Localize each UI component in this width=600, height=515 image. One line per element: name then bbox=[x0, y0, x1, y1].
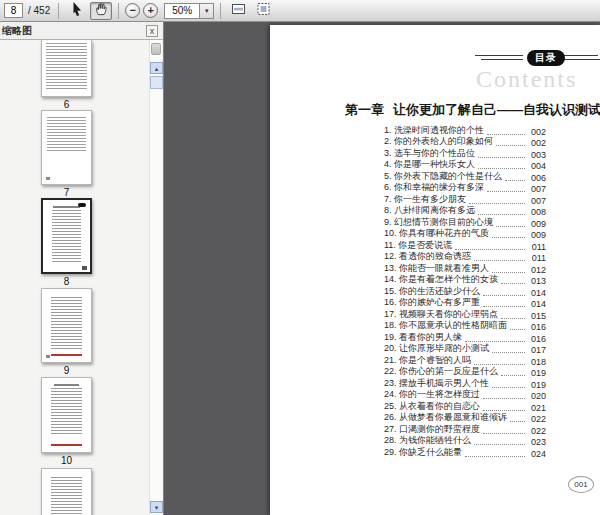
document-page: 目录 Contents 第一章 让你更加了解自己——自我认识测试 1. 洗澡时间… bbox=[270, 25, 600, 515]
toc-item-page: 019 bbox=[528, 380, 546, 390]
mini-toc-badge bbox=[78, 203, 86, 207]
zoom-in-button[interactable]: + bbox=[143, 3, 158, 18]
main-content: 缩略图 x 6 7 bbox=[0, 22, 600, 515]
scroll-up-button[interactable]: ▴ bbox=[150, 62, 163, 74]
thumbnail-label: 10 bbox=[31, 455, 102, 466]
chapter-heading: 第一章 让你更加了解自己——自我认识测试 bbox=[345, 101, 600, 119]
hand-tool-button[interactable] bbox=[90, 2, 112, 20]
thumbnail-label: 7 bbox=[31, 187, 102, 198]
thumbnails-panel-header: 缩略图 x bbox=[0, 22, 163, 40]
toc-list: 1. 洗澡时间透视你的个性 002 2. 你的外表给人的印象如何 002 3. bbox=[384, 125, 546, 459]
fit-page-button[interactable] bbox=[252, 2, 274, 20]
page-total-label: / 452 bbox=[28, 5, 50, 16]
toc-item-page: 016 bbox=[528, 322, 546, 332]
toc-dot-leader bbox=[510, 421, 525, 422]
chapter-number: 第一章 bbox=[345, 101, 384, 119]
thumbnail-page-6[interactable] bbox=[41, 40, 92, 97]
toc-item-page: 014 bbox=[528, 288, 546, 298]
toc-item-page: 021 bbox=[528, 403, 546, 413]
thumbnail-mark bbox=[46, 355, 50, 358]
contents-watermark: Contents bbox=[476, 66, 577, 93]
scrollbar-thumb[interactable] bbox=[150, 76, 163, 89]
pdf-reader-window: / 452 − + 50% ▾ bbox=[0, 0, 600, 515]
toc-badge: 目录 bbox=[527, 50, 565, 66]
toc-item-page: 017 bbox=[528, 345, 546, 355]
thumbnail-page-9[interactable] bbox=[41, 288, 92, 363]
toc-item-page: 016 bbox=[528, 334, 546, 344]
decorative-line bbox=[475, 55, 523, 56]
panel-title: 缩略图 bbox=[2, 24, 32, 38]
toc-item-page: 009 bbox=[528, 219, 546, 229]
thumbnail-mark bbox=[46, 177, 50, 180]
toc-item-page: 022 bbox=[528, 414, 546, 424]
thumbnail-red-footer bbox=[51, 354, 82, 356]
toolbar-divider bbox=[220, 3, 221, 19]
panel-menu-icon[interactable] bbox=[151, 43, 161, 55]
toc-dot-leader bbox=[483, 295, 525, 296]
toc-dot-leader bbox=[496, 226, 525, 227]
toc-item-page: 004 bbox=[528, 161, 546, 171]
thumbnail-page-11[interactable] bbox=[41, 468, 92, 515]
toc-item-page: 012 bbox=[528, 265, 546, 275]
thumbnail-page-8-selected[interactable] bbox=[41, 198, 92, 274]
toc-item-page: 023 bbox=[528, 437, 546, 447]
scroll-down-button[interactable]: ▾ bbox=[150, 501, 163, 513]
toc-dot-leader bbox=[492, 352, 525, 353]
toc-item-page: 002 bbox=[528, 138, 546, 148]
toc-item-title: 29. 你缺乏什么能量 bbox=[384, 446, 462, 459]
toc-dot-leader bbox=[510, 329, 525, 330]
select-tool-button[interactable] bbox=[65, 2, 87, 20]
zoom-level-value[interactable]: 50% bbox=[164, 3, 200, 19]
toc-item-page: 020 bbox=[528, 391, 546, 401]
chevron-up-icon: ▴ bbox=[155, 65, 159, 72]
minus-icon: − bbox=[130, 5, 136, 16]
zoom-out-button[interactable]: − bbox=[125, 3, 140, 18]
toc-item-page: 009 bbox=[528, 230, 546, 240]
thumbnail-text-preview bbox=[47, 117, 86, 151]
toc-dot-leader bbox=[501, 283, 525, 284]
thumbnail-list: 6 7 8 9 bbox=[0, 40, 163, 515]
toc-dot-leader bbox=[496, 145, 525, 146]
toc-item-page: 013 bbox=[528, 276, 546, 286]
fit-page-icon bbox=[256, 2, 271, 20]
thumbnail-red-footer bbox=[51, 444, 82, 446]
thumbnail-page-7[interactable] bbox=[41, 110, 92, 185]
thumbnail-page-10[interactable] bbox=[41, 377, 92, 453]
page-number-input[interactable] bbox=[4, 3, 23, 18]
hand-icon bbox=[94, 1, 109, 20]
toc-item-page: 002 bbox=[528, 127, 546, 137]
toc-item-page: 014 bbox=[528, 299, 546, 309]
thumbnail-text-preview bbox=[51, 477, 81, 515]
toc-dot-leader bbox=[465, 456, 525, 457]
toc-item: 29. 你缺乏什么能量 024 bbox=[384, 447, 546, 459]
toc-item-page: 024 bbox=[528, 449, 546, 459]
toc-dot-leader bbox=[478, 157, 525, 158]
fit-width-button[interactable] bbox=[227, 2, 249, 20]
toc-item-page: 003 bbox=[528, 150, 546, 160]
toc-item-page: 006 bbox=[528, 173, 546, 183]
sidebar-scrollbar[interactable]: ▴ ▾ bbox=[149, 40, 162, 515]
close-icon: x bbox=[150, 26, 155, 36]
decorative-line bbox=[481, 59, 523, 60]
folio-page-number: 001 bbox=[568, 476, 594, 493]
panel-close-button[interactable]: x bbox=[146, 25, 158, 37]
toc-dot-leader bbox=[469, 203, 525, 204]
thumbnail-mark bbox=[82, 266, 87, 270]
thumbnail-label: 6 bbox=[31, 99, 102, 110]
toc-item-page: 018 bbox=[528, 357, 546, 367]
toc-item-page: 011 bbox=[528, 253, 546, 263]
thumbnails-panel: 缩略图 x 6 7 bbox=[0, 22, 164, 515]
toolbar-divider bbox=[58, 3, 59, 19]
chevron-down-icon: ▾ bbox=[155, 504, 159, 511]
thumbnail-heading-preview bbox=[54, 384, 79, 386]
toc-item-page: 015 bbox=[528, 311, 546, 321]
toc-item-page: 008 bbox=[528, 207, 546, 217]
thumbnail-heading-preview bbox=[53, 206, 80, 208]
thumbnail-text-preview bbox=[52, 210, 81, 262]
toc-dot-leader bbox=[483, 433, 525, 434]
toc-dot-leader bbox=[483, 398, 525, 399]
zoom-dropdown-button[interactable]: ▾ bbox=[200, 3, 214, 19]
document-viewer: 目录 Contents 第一章 让你更加了解自己——自我认识测试 1. 洗澡时间… bbox=[164, 22, 600, 515]
toc-dot-leader bbox=[505, 180, 525, 181]
fit-width-icon bbox=[231, 2, 246, 20]
